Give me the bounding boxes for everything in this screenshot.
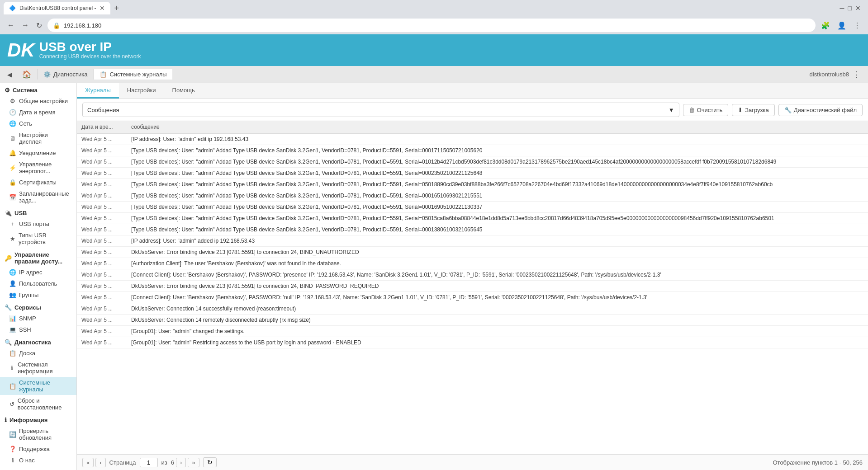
message-filter-label: Сообщения xyxy=(87,107,119,113)
back-button[interactable]: ← xyxy=(5,19,16,31)
home-button[interactable]: 🏠 xyxy=(17,68,37,80)
system-logs-icon: 📋 xyxy=(100,71,107,78)
table-row: Wed Apr 5 ... [Connect Client]: User: 'B… xyxy=(77,292,868,303)
new-tab-button[interactable]: + xyxy=(110,4,123,13)
table-row: Wed Apr 5 ... DkUsbServer: Error binding… xyxy=(77,247,868,258)
tab-journals[interactable]: Журналы xyxy=(77,83,119,99)
maximize-button[interactable]: □ xyxy=(848,5,852,12)
sidebar-item-groups[interactable]: 👥 Группы xyxy=(0,289,76,301)
sidebar-group-info-label: Информация xyxy=(9,417,47,423)
sidebar-item-network[interactable]: 🌐 Сеть xyxy=(0,118,76,129)
sidebar-item-users-label: Пользователь xyxy=(19,280,57,287)
sidebar-toggle-button[interactable]: ◀ xyxy=(4,69,16,80)
refresh-button[interactable]: ↻ xyxy=(203,457,217,467)
sidebar-item-usb-ports[interactable]: + USB порты xyxy=(0,218,76,230)
next-page-button[interactable]: › xyxy=(176,458,186,467)
diagnostic-label: Диагностический файл xyxy=(794,107,857,113)
sidebar-item-about[interactable]: ℹ О нас xyxy=(0,455,76,466)
app-header: DK USB over IP Connecting USB devices ov… xyxy=(0,34,868,66)
cell-message: [Connect Client]: User: 'Bershakov (Bers… xyxy=(127,269,868,281)
cell-message: [IP address]: User: "admin" edit ip 192.… xyxy=(127,133,868,145)
dropdown-arrow: ▼ xyxy=(669,107,674,113)
breadcrumb-diagnostics[interactable]: ⚙️ Диагностика xyxy=(38,69,93,80)
sidebar-item-certificates[interactable]: 🔒 Сертификаты xyxy=(0,177,76,188)
cell-message: DkUsbServer: Connection 14 successfully … xyxy=(127,303,868,315)
sidebar-item-system-info[interactable]: ℹ Системная информация xyxy=(0,359,76,377)
datetime-icon: 🕐 xyxy=(9,109,16,116)
cell-message: [Type USB devices]: User: "admin" Addad … xyxy=(127,179,868,190)
sidebar-item-snmp[interactable]: 📊 SNMP xyxy=(0,313,76,324)
sidebar-item-users[interactable]: 👤 Пользователь xyxy=(0,278,76,289)
reload-button[interactable]: ↻ xyxy=(34,19,44,32)
clear-button[interactable]: 🗑 Очистить xyxy=(683,104,729,116)
page-number-input[interactable] xyxy=(140,458,158,467)
sidebar-item-network-label: Сеть xyxy=(19,120,32,127)
tab-settings[interactable]: Настройки xyxy=(119,83,164,99)
sidebar-item-dashboard[interactable]: 📋 Доска xyxy=(0,348,76,359)
sidebar-item-datetime[interactable]: 🕐 Дата и время xyxy=(0,107,76,118)
sidebar-item-scheduled[interactable]: 📅 Запланированные зада... xyxy=(0,188,76,206)
sidebar-item-reset-label: Сброс и восстановление xyxy=(18,397,72,411)
sidebar-item-system-logs[interactable]: 📋 Системные журналы xyxy=(0,377,76,395)
sidebar-item-ip[interactable]: 🌐 IP адрес xyxy=(0,267,76,278)
sidebar-item-reset[interactable]: ↺ Сброс и восстановление xyxy=(0,395,76,413)
updates-icon: 🔄 xyxy=(9,431,16,438)
table-row: Wed Apr 5 ... [Type USB devices]: User: … xyxy=(77,224,868,235)
sidebar-item-general-settings[interactable]: ⚙ Общие настройки xyxy=(0,95,76,107)
dashboard-icon: 📋 xyxy=(9,350,16,357)
profile-button[interactable]: 👤 xyxy=(835,19,848,32)
sidebar-item-updates[interactable]: 🔄 Проверить обновления xyxy=(0,425,76,443)
sidebar-item-display[interactable]: 🖥 Настройки дисплея xyxy=(0,129,76,147)
cell-message: [Connect Client]: User: 'Bershakov (Bers… xyxy=(127,292,868,303)
table-row: Wed Apr 5 ... [Type USB devices]: User: … xyxy=(77,168,868,179)
cell-date: Wed Apr 5 ... xyxy=(77,303,127,315)
cell-message: [Type USB devices]: User: "admin" Addad … xyxy=(127,224,868,235)
extensions-button[interactable]: 🧩 xyxy=(819,19,832,32)
cell-date: Wed Apr 5 ... xyxy=(77,179,127,190)
user-menu-button[interactable]: ⋮ xyxy=(853,70,861,80)
message-filter-dropdown[interactable]: Сообщения ▼ xyxy=(82,103,679,117)
address-bar[interactable]: 🔒 192.168.1.180 xyxy=(47,19,816,32)
cell-date: Wed Apr 5 ... xyxy=(77,269,127,281)
browser-tab-close[interactable]: ✕ xyxy=(100,5,105,12)
forward-button[interactable]: → xyxy=(20,19,31,31)
sidebar-group-access: 🔑 Управление правами досту... xyxy=(0,248,76,267)
about-icon: ℹ xyxy=(9,457,16,464)
table-row: Wed Apr 5 ... [Type USB devices]: User: … xyxy=(77,179,868,190)
close-button[interactable]: ✕ xyxy=(855,5,861,12)
sidebar-group-info: ℹ Информация xyxy=(0,413,76,425)
cell-message: DkUsbServer: Error binding device 213 [0… xyxy=(127,281,868,292)
breadcrumb-system-logs-label: Системные журналы xyxy=(109,71,166,78)
minimize-button[interactable]: ─ xyxy=(840,5,844,12)
breadcrumb-bar: ◀ 🏠 ⚙️ Диагностика 📋 Системные журналы d… xyxy=(0,66,868,83)
cell-date: Wed Apr 5 ... xyxy=(77,133,127,145)
sistema-icon: ⚙ xyxy=(5,87,10,94)
sidebar-item-power[interactable]: ⚡ Управление энергопот... xyxy=(0,159,76,177)
prev-page-button[interactable]: ‹ xyxy=(95,458,105,467)
download-button[interactable]: ⬇ Загрузка xyxy=(732,104,775,116)
last-page-button[interactable]: » xyxy=(188,458,199,467)
users-icon: 👤 xyxy=(9,280,16,287)
sidebar-item-ssh[interactable]: 💻 SSH xyxy=(0,324,76,335)
tab-help[interactable]: Помощь xyxy=(164,83,203,99)
menu-button[interactable]: ⋮ xyxy=(852,19,863,32)
breadcrumb-left: ◀ 🏠 ⚙️ Диагностика 📋 Системные журналы xyxy=(4,68,172,80)
diagnostic-file-button[interactable]: 🔧 Диагностический файл xyxy=(778,104,863,116)
sidebar-item-usb-types[interactable]: ★ Типы USB устройств xyxy=(0,230,76,248)
system-logs-sidebar-icon: 📋 xyxy=(9,383,16,390)
browser-tab-active[interactable]: 🔷 DistKontrolUSB8 control panel - ✕ xyxy=(4,2,110,14)
scheduled-icon: 📅 xyxy=(9,194,16,201)
table-row: Wed Apr 5 ... [Type USB devices]: User: … xyxy=(77,213,868,224)
security-icon: 🔒 xyxy=(53,22,60,29)
toolbar: Сообщения ▼ 🗑 Очистить ⬇ Загрузка 🔧 Диаг… xyxy=(77,99,868,121)
first-page-button[interactable]: « xyxy=(82,458,94,467)
breadcrumb-system-logs[interactable]: 📋 Системные журналы xyxy=(94,69,172,80)
url-text: 192.168.1.180 xyxy=(64,22,101,29)
sidebar-item-support[interactable]: ❓ Поддержка xyxy=(0,443,76,455)
diagnostics-icon: ⚙️ xyxy=(43,71,51,78)
system-info-icon: ℹ xyxy=(9,365,15,371)
trash-icon: 🗑 xyxy=(689,107,695,113)
sidebar-item-notification[interactable]: 🔔 Уведомление xyxy=(0,147,76,159)
cell-message: [Authorization Client]: The user 'Bersha… xyxy=(127,258,868,269)
access-group-icon: 🔑 xyxy=(5,255,12,262)
